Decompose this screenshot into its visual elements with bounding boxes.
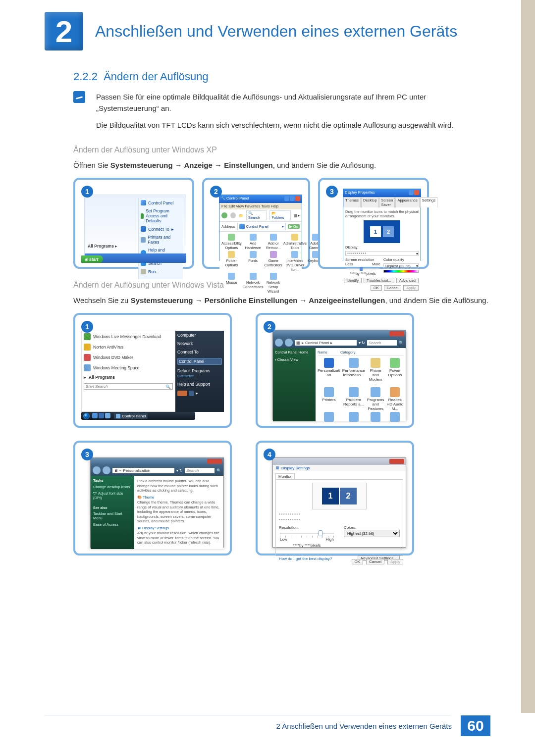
masked-value: ********** [279,518,400,522]
generic-icon [390,412,400,422]
cancel-button: Cancel [384,285,401,291]
vista-taskbar: Control Panel [81,412,195,420]
arrow-icon: → [173,161,184,169]
menu-item-selected: Control Panel [177,358,222,365]
xp-control-panel-window: 🔧 Control Panel File Edit View Favorites… [219,195,302,261]
menu-item: Windows Meeting Space [93,365,140,370]
col-category: Category [340,350,355,354]
chapter-header: 2 Anschließen und Verwenden eines extern… [45,12,490,50]
xp-display-properties-dialog: Display Properties Themes Desktop Screen… [343,189,421,261]
side-link: Control Panel Home [275,350,314,354]
menu-item: Help and Support [177,382,222,387]
color-bar [383,270,419,273]
dialog-title: Display Properties [345,190,375,196]
menu-item-printers: Printers and Faxes [148,235,181,245]
slider-thumb [319,530,322,536]
xp-bold-2: Anzeige [184,161,213,169]
xp-screenshot-3: 3 Display Properties Themes Desktop Scre… [318,178,429,269]
dropdown-icon: ▾ [282,224,284,229]
search-input [84,384,163,389]
display-icon: 🖥 [275,466,279,470]
performance-icon [349,358,359,368]
personalization-icon: 🖥 [114,468,118,473]
add-remove-icon [270,234,277,241]
vista-screenshot-2: 2 ▦ ▸ Control Panel ▸ ▾ ↻ Search 🔍 Contr… [256,313,414,428]
customize-hint: Customize... [177,374,197,378]
cp-item-label: Add or Remov... [266,241,280,250]
colors-group: Colors: Highest (32 bit) [344,525,400,548]
maximize-icon [290,196,295,201]
vista-screenshot-grid: 1 Windows Live Messenger Download Norton… [73,313,490,555]
colorquality-select: Highest (32 bit)▾ [383,263,419,268]
side-link-selected: • Classic View [275,357,314,362]
cp-item-label: Problem Reports a... [343,398,364,406]
run-icon [141,269,146,274]
control-panel-icon [239,224,245,229]
resolution-slider [346,268,379,269]
cp-item-label: Programs and Features [367,398,384,411]
colorquality-value: Highest (32 bit) [385,264,411,268]
step-badge-3: 3 [326,186,338,198]
colorquality-group: Color quality Highest (32 bit)▾ [383,257,419,276]
sidebar-accent [521,0,535,713]
vista-pers-side: Tasks Change desktop icons 🛡 Adjust font… [91,476,134,549]
monitor-1: 1 [370,226,381,237]
ok-button: OK [371,285,382,291]
section-number: 2.2.2 [73,70,98,83]
forward-icon [230,212,236,218]
search-icon: 🔍 [248,211,253,215]
note-line-1: Passen Sie für eine optimale Bildqualitä… [96,91,490,114]
netsetup-icon [270,273,277,280]
monitor-preview: 1 2 [364,220,400,243]
vista-start-left: Windows Live Messenger Download Norton A… [81,331,175,412]
fonts-icon [250,251,257,258]
cp-item-label: Printers [322,398,336,402]
xp-menu-bar: File Edit View Favorites Tools Help [219,203,302,209]
control-panel-icon [116,414,120,418]
resolution-group: Resolution: LowHigh ****by ****pixels [279,525,335,548]
vista-screenshot-3: 3 🖥 « Personalization ▾ ↻ Search 🔍 Tasks… [73,441,232,555]
col-name: Name [318,350,327,354]
close-icon [295,196,300,201]
generic-icon [349,412,359,422]
close-icon [207,459,222,464]
slider-max: More [372,262,380,266]
vista-instruction: Wechseln Sie zu Systemsteuerung → Persön… [73,295,490,306]
xp-instr-post: , und ändern Sie die Auflösung. [273,161,376,169]
xp-dlg-titlebar: Display Properties [343,189,421,197]
vista-display-settings-dialog: 🖥Display Settings Monitor 1 2 **********… [272,457,406,548]
minimize-icon [284,196,289,201]
accessibility-icon [228,234,235,241]
xp-screenshot-1: 1 All Programs ▸ Control Panel Set Progr… [73,178,194,269]
chevron-right-icon: ▸ [196,391,198,396]
messenger-icon [84,333,91,340]
connect-icon [141,226,146,232]
chapter-number-badge: 2 [45,12,83,50]
vista-bold-1: Systemsteuerung [131,296,193,304]
chevron-right-icon: ▸ [84,375,86,380]
display-settings-desc: Adjust your monitor resolution, which ch… [137,531,220,545]
vista-bold-2: Persönliche Einstellungen [205,296,298,304]
programs-icon [371,387,380,397]
close-icon [414,190,419,195]
cp-item-label: Accessibility Options [221,241,242,250]
dlg-button-row-1: Identify Troubleshoot... Advanced [345,278,419,283]
slider-min: Less [345,262,353,266]
vista-nav-bar: ▦ ▸ Control Panel ▸ ▾ ↻ Search 🔍 [273,337,406,348]
tab: Desktop [361,197,379,207]
cancel-button: Cancel [366,559,384,564]
section-heading: 2.2.2 Ändern der Auflösung [73,70,490,83]
norton-icon [84,344,91,351]
search-box: Search [185,468,214,473]
search-icon: 🔍 [165,384,172,389]
seealso-heading: See also [93,506,107,509]
footer-label: 2 Anschließen und Verwenden eines extern… [276,722,461,730]
xp-start-menu: All Programs ▸ Control Panel Set Program… [84,195,186,261]
help-link: How do I get the best display? [279,556,332,561]
menu-item: Computer [177,333,222,338]
vista-control-panel-window: ▦ ▸ Control Panel ▸ ▾ ↻ Search 🔍 Control… [272,330,406,420]
tab-monitor: Monitor [275,473,295,479]
dlg-button-row-2: OK Cancel Apply [345,285,419,291]
xp-screenshot-2: 2 🔧 Control Panel File Edit View Favorit… [202,178,310,269]
xp-cp-body: Accessibility Options Add Hardware Add o… [219,232,302,276]
